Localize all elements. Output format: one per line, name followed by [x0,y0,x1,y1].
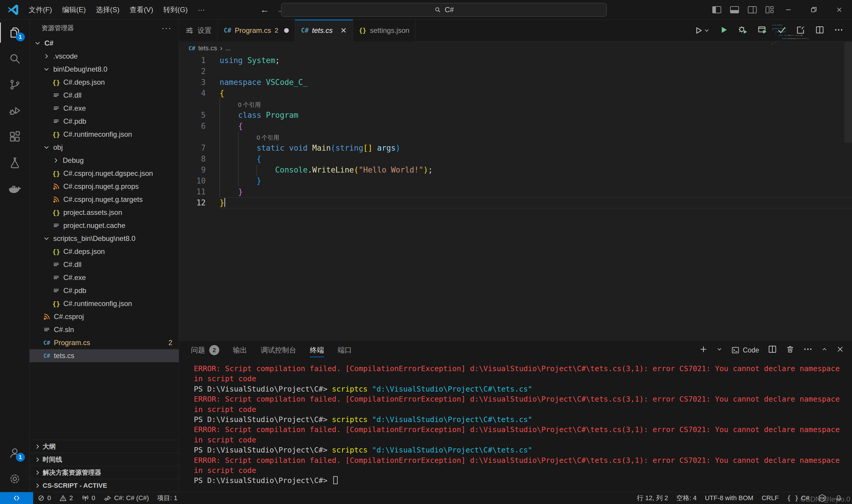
status-right-3[interactable]: CRLF [758,492,783,504]
terminal-profile-dropdown-icon[interactable] [716,346,723,354]
code-line-6[interactable]: 6 { [179,121,852,132]
new-terminal-button[interactable] [699,345,708,356]
menu-0[interactable]: 文件(F) [24,3,57,17]
sidebar-section-时间线[interactable]: 时间线 [30,453,179,466]
tree-item[interactable]: .vscode [30,50,179,63]
tree-item[interactable]: C#.csproj.nuget.g.props [30,180,179,193]
status-left-0[interactable]: 0 [33,492,55,504]
sidebar-section-CS-SCRIPT - ACTIVE[interactable]: CS-SCRIPT - ACTIVE [30,479,179,492]
activity-extensions[interactable] [0,124,30,150]
codelens-row[interactable]: 0 个引用 [179,132,852,143]
run-button[interactable] [719,25,729,36]
tree-item[interactable]: C#.dll [30,258,179,271]
tab-tets.cs[interactable]: C# tets.cs ✕ [295,20,353,41]
status-right-4[interactable]: { }C# [783,492,814,504]
panel-tab-问题[interactable]: 问题 2 [191,341,219,360]
tree-root[interactable]: C# [30,37,179,50]
code-line-5[interactable]: 5 class Program [179,110,852,121]
tree-item[interactable]: {}project.assets.json [30,206,179,219]
more-actions-icon[interactable] [834,25,844,36]
tree-item[interactable]: {}C#.deps.json [30,76,179,89]
tree-item[interactable]: C#.exe [30,102,179,115]
tree-item[interactable]: Debug [30,154,179,167]
tree-item[interactable]: {}C#.csproj.nuget.dgspec.json [30,167,179,180]
sidebar-section-大纲[interactable]: 大纲 [30,440,179,453]
tree-item[interactable]: C#.pdb [30,115,179,128]
tab-settings.json[interactable]: {} settings.json [353,20,416,41]
tree-item[interactable]: scriptcs_bin\Debug\net8.0 [30,232,179,245]
customize-layout-icon[interactable] [766,6,775,13]
minimize-button[interactable] [776,0,801,20]
tree-item[interactable]: {}C#.runtimeconfig.json [30,128,179,141]
code-line-10[interactable]: 10 } [179,176,852,186]
code-line-2[interactable]: 2 [179,66,852,77]
menu-3[interactable]: 查看(V) [125,3,158,17]
status-right-5[interactable]: C# [814,492,831,504]
debug-button[interactable] [738,24,748,36]
split-editor-button[interactable] [815,25,825,36]
status-left-1[interactable]: 2 [55,492,77,504]
split-terminal-button[interactable] [767,344,777,356]
status-left-2[interactable]: 0 [77,492,99,504]
status-right-0[interactable]: 行 12, 列 2 [633,492,672,504]
kill-terminal-button[interactable] [786,345,795,356]
code-line-8[interactable]: 8 { [179,154,852,165]
codelens-row[interactable]: 0 个引用 [179,99,852,110]
tree-item[interactable]: C#tets.cs [30,349,179,362]
tree-item[interactable]: {}C#.runtimeconfig.json [30,297,179,310]
breadcrumb-more[interactable]: ... [225,44,231,52]
activity-testing[interactable] [0,150,30,176]
menu-1[interactable]: 编辑(E) [57,3,91,17]
editor-scrollbar[interactable] [844,42,852,143]
tab-Program.cs[interactable]: C# Program.cs 2 [218,20,295,41]
tree-item[interactable]: {}C#.deps.json [30,245,179,258]
tree-item[interactable]: C#.pdb [30,284,179,297]
activity-run-debug[interactable] [0,98,30,124]
toggle-secondary-sidebar-icon[interactable] [748,6,757,13]
modified-dot-icon[interactable] [284,28,289,33]
code-line-9[interactable]: 9 Console.WriteLine("Hello World!"); [179,165,852,176]
code-line-1[interactable]: 1 using System; [179,55,852,66]
tree-item[interactable]: C#Program.cs 2 [30,336,179,349]
status-right-1[interactable]: 空格: 4 [672,492,701,504]
breadcrumb-file[interactable]: tets.cs [198,44,217,52]
status-left-4[interactable]: 项目: 1 [153,492,181,504]
status-right-6[interactable] [831,492,847,504]
tree-item[interactable]: project.nuget.cache [30,219,179,232]
command-search-input[interactable]: C# [281,3,607,17]
minimap[interactable]: using System; namespace VSCode_C_ { clas… [772,24,808,45]
views-more-actions-icon[interactable]: ··· [162,23,171,33]
terminal-output[interactable]: ERROR: Script compilation failed. [Compi… [194,364,849,490]
code-line-11[interactable]: 11 } [179,186,852,197]
back-arrow-icon[interactable]: ← [260,5,269,15]
run-in-terminal-button[interactable] [757,24,768,36]
tree-item[interactable]: C#.dll [30,89,179,102]
code-line-4[interactable]: 4 { [179,88,852,99]
close-window-button[interactable] [827,0,852,20]
activity-files[interactable]: 1 [0,20,30,46]
status-right-2[interactable]: UTF-8 with BOM [701,492,758,504]
terminal-instance[interactable]: Code [731,346,759,355]
breadcrumb[interactable]: C# tets.cs › ... [179,41,852,55]
menu-5[interactable]: ··· [193,3,210,16]
maximize-panel-icon[interactable] [821,346,828,354]
panel-tab-调试控制台[interactable]: 调试控制台 [261,341,296,360]
tab-设置[interactable]: 设置 [179,20,218,41]
panel-more-actions-icon[interactable] [803,344,813,356]
menu-2[interactable]: 选择(S) [91,3,125,17]
activity-account[interactable]: 1 [0,440,30,466]
code-line-12[interactable]: 12 } [179,197,852,208]
sidebar-section-解决方案资源管理器[interactable]: 解决方案资源管理器 [30,466,179,479]
tree-item[interactable]: C#.exe [30,271,179,284]
code-editor[interactable]: 1 using System; 2 3 namespace VSCode_C_ … [179,55,852,340]
panel-tab-终端[interactable]: 终端 [310,341,324,360]
toggle-panel-icon[interactable] [730,6,739,13]
close-tab-icon[interactable]: ✕ [340,26,347,35]
menu-4[interactable]: 转到(G) [158,3,193,17]
tree-item[interactable]: C#.csproj [30,310,179,323]
panel-tab-输出[interactable]: 输出 [233,341,247,360]
activity-search[interactable] [0,46,30,72]
activity-gear[interactable] [0,466,30,492]
tree-item[interactable]: C#.sln [30,323,179,336]
remote-indicator[interactable] [0,492,33,504]
